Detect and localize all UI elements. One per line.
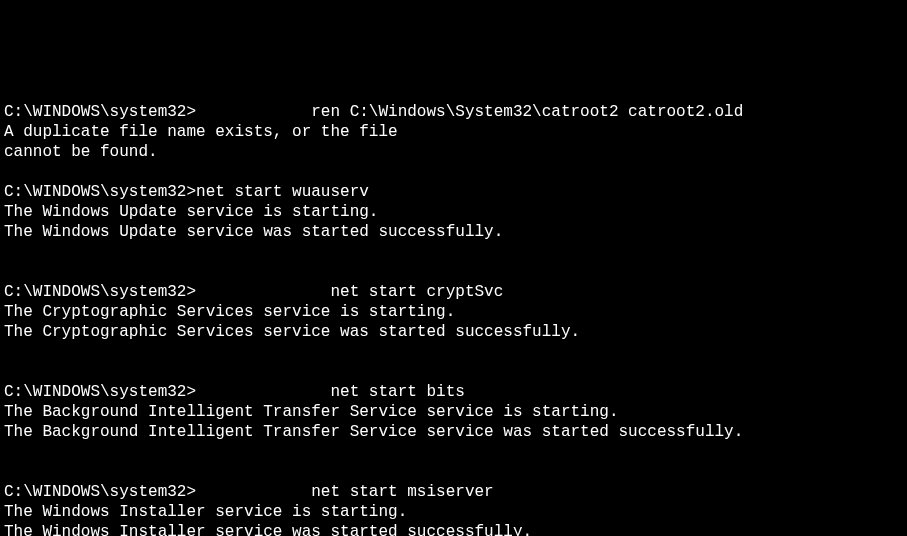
command-line: C:\WINDOWS\system32> net start cryptSvc (4, 283, 503, 301)
prompt-pad (196, 483, 311, 501)
output-line: The Background Intelligent Transfer Serv… (4, 423, 743, 441)
command-text: net start msiserver (311, 483, 493, 501)
command-text: net start wuauserv (196, 183, 369, 201)
output-line: A duplicate file name exists, or the fil… (4, 123, 398, 141)
prompt: C:\WINDOWS\system32> (4, 183, 196, 201)
output-line: The Background Intelligent Transfer Serv… (4, 403, 619, 421)
terminal-window[interactable]: C:\WINDOWS\system32> ren C:\Windows\Syst… (4, 82, 903, 536)
output-line: The Cryptographic Services service is st… (4, 303, 455, 321)
command-text: net start bits (330, 383, 464, 401)
prompt-pad (196, 383, 330, 401)
command-line: C:\WINDOWS\system32> ren C:\Windows\Syst… (4, 103, 743, 121)
prompt-pad (196, 283, 330, 301)
command-text: net start cryptSvc (330, 283, 503, 301)
prompt: C:\WINDOWS\system32> (4, 383, 196, 401)
prompt: C:\WINDOWS\system32> (4, 103, 196, 121)
command-line: C:\WINDOWS\system32> net start msiserver (4, 483, 494, 501)
output-line: The Windows Update service was started s… (4, 223, 503, 241)
command-line: C:\WINDOWS\system32>net start wuauserv (4, 183, 369, 201)
prompt-pad (196, 103, 311, 121)
output-line: The Windows Installer service is startin… (4, 503, 407, 521)
output-line: The Cryptographic Services service was s… (4, 323, 580, 341)
output-line: cannot be found. (4, 143, 158, 161)
output-line: The Windows Update service is starting. (4, 203, 378, 221)
output-line: The Windows Installer service was starte… (4, 523, 532, 536)
prompt: C:\WINDOWS\system32> (4, 483, 196, 501)
command-text: ren C:\Windows\System32\catroot2 catroot… (311, 103, 743, 121)
command-line: C:\WINDOWS\system32> net start bits (4, 383, 465, 401)
prompt: C:\WINDOWS\system32> (4, 283, 196, 301)
